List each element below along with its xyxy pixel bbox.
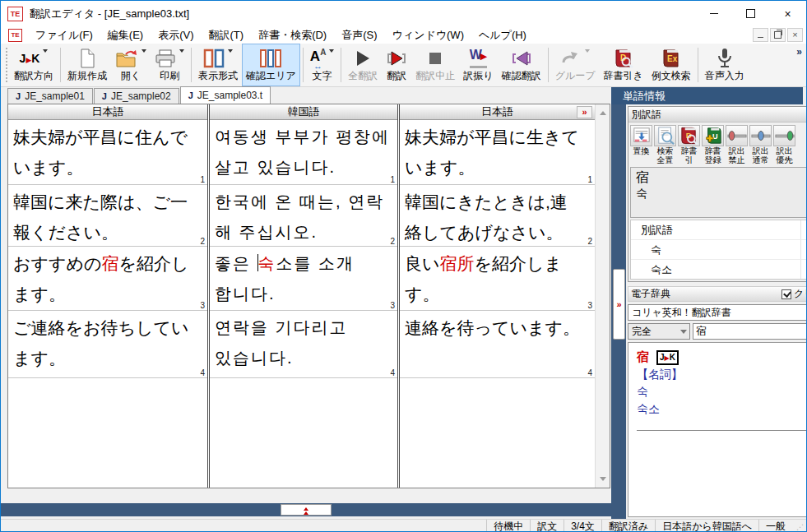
selected-word-box[interactable]: 宿 숙 <box>630 167 807 218</box>
click-lookup-checkbox[interactable] <box>781 289 791 299</box>
example-search-button[interactable]: Ex例文検索 <box>647 44 695 86</box>
dictionary-entry[interactable]: 숙 <box>637 385 807 400</box>
replace-button[interactable]: 置換 <box>629 125 653 164</box>
output-priority-button[interactable]: 訳出 優先 <box>772 125 796 164</box>
text-line: 報ください。 <box>13 217 206 247</box>
dictionary-register-button[interactable]: U辞書 登録 <box>701 125 725 164</box>
text-line: います。 <box>405 152 593 183</box>
document-icon: TE <box>8 29 22 42</box>
alt-word-dict <box>800 240 807 259</box>
text-line: 한국에 온 때는, 연락 <box>215 187 396 217</box>
menu-item-6[interactable]: 音声(S) <box>334 26 384 44</box>
translation-direction-icon: J▶K <box>20 46 49 70</box>
menu-item-1[interactable]: ファイル(F) <box>28 26 100 44</box>
toolbar-overflow-icon[interactable]: » <box>796 46 802 58</box>
tab-JE_sample02[interactable]: JJE_sample02 <box>94 88 179 104</box>
search-replace-all-button[interactable]: 検索 全置 <box>653 125 677 164</box>
open-file-button[interactable]: 開く <box>111 44 151 86</box>
editor-cell[interactable]: 연락을 기다리고있습니다.4 <box>210 311 397 378</box>
output-forbid-button[interactable]: 訳出 禁止 <box>725 125 749 164</box>
dictionary-search-input[interactable] <box>693 323 807 340</box>
display-format-button[interactable]: 表示形式 <box>194 44 242 86</box>
dictionary-entry[interactable]: 숙소 <box>637 402 807 417</box>
editor-cell[interactable]: 妹夫婦が平昌に住んでいます。1 <box>8 120 207 185</box>
menu-item-5[interactable]: 辞書・検索(D) <box>251 26 334 44</box>
click-lookup-label: クリック辞書引 <box>794 287 807 301</box>
text-line: 연락을 기다리고 <box>215 312 396 343</box>
editor-cell-empty[interactable] <box>210 378 397 488</box>
maximize-button[interactable] <box>732 1 769 26</box>
status-translation-state: 翻訳済み <box>601 520 655 532</box>
translation-editor: 日本語妹夫婦が平昌に住んでいます。1韓国に来た際は、ご一報ください。2おすすめの… <box>7 104 610 488</box>
chevron-down-icon <box>179 49 184 55</box>
editor-cell[interactable]: 妹夫婦が平昌に生きています。1 <box>400 120 595 185</box>
doc-restore-button[interactable] <box>770 28 786 42</box>
toolbar-button-label: 翻訳中止 <box>415 70 455 82</box>
editor-cell[interactable]: 良い宿所を紹介します。3 <box>400 247 595 311</box>
output-forbid-icon <box>726 125 748 146</box>
confirm-area-button[interactable]: 確認エリア <box>242 44 300 86</box>
translate-button[interactable]: 翻訳 <box>382 44 411 86</box>
minimize-button[interactable] <box>695 1 732 26</box>
doc-minimize-button[interactable] <box>753 28 768 42</box>
tab-JE_sample03.t[interactable]: JJE_sample03.t <box>180 86 271 104</box>
confirm-area-expand-button[interactable] <box>281 504 332 516</box>
chevron-down-icon <box>677 324 689 339</box>
editor-cell-empty[interactable] <box>400 378 595 488</box>
output-normal-button[interactable]: 訳出 通常 <box>749 125 772 164</box>
tab-JE_sample01[interactable]: JJE_sample01 <box>7 88 93 104</box>
menu-item-2[interactable]: 編集(E) <box>100 26 151 44</box>
toolbar-separator <box>341 48 341 82</box>
sentence-number: 1 <box>587 175 592 184</box>
window-title: 翻訳エディタ - [JE_sample03.txt] <box>30 7 189 21</box>
alt-word-row[interactable]: 숙 <box>631 240 807 260</box>
toolbar-separator <box>60 48 61 82</box>
document-type-icon: J <box>188 90 193 100</box>
dictionary-lookup-button[interactable]: D辞書引 <box>677 125 701 164</box>
toolbar-button-label: 例文検索 <box>652 70 691 82</box>
panel-collapse-button[interactable]: » <box>613 269 625 340</box>
character-button[interactable]: AA↔文字 <box>306 44 339 86</box>
editor-cell-empty[interactable] <box>8 378 207 488</box>
editor-column-2: 韓国語여동생 부부가 평창에살고 있습니다.1한국에 온 때는, 연락해 주십시… <box>207 104 397 488</box>
text-line: ます。 <box>13 279 206 309</box>
editor-scrollbar[interactable] <box>595 104 610 488</box>
sentence-number: 4 <box>200 368 205 377</box>
toolbar-drag-handle[interactable] <box>6 48 7 82</box>
column-more-button[interactable]: » <box>577 106 592 118</box>
editor-cell[interactable]: 좋은 숙소를 소개합니다.3 <box>210 247 397 311</box>
dictionary-lookup-button[interactable]: D辞書引き <box>599 44 647 86</box>
match-mode-select[interactable]: 完全 <box>628 323 690 340</box>
doc-close-icon: × <box>792 30 797 39</box>
doc-minimize-icon <box>758 37 763 38</box>
editor-cell[interactable]: 連絡を待っています。4 <box>400 311 595 378</box>
print-button[interactable]: 印刷 <box>151 44 188 86</box>
editor-cell[interactable]: ご連絡をお待ちしています。4 <box>8 311 207 378</box>
confirm-translation-button[interactable]: 確認翻訳 <box>498 44 545 86</box>
alternative-words-table: 別訳語辞書숙숙소 <box>630 220 807 280</box>
alternative-words-header: 別訳語 <box>628 107 807 123</box>
doc-close-button[interactable]: × <box>787 28 803 42</box>
editor-cell[interactable]: 여동생 부부가 평창에살고 있습니다.1 <box>210 120 397 185</box>
title-bar: TE 翻訳エディタ - [JE_sample03.txt] × <box>1 1 806 26</box>
editor-cell[interactable]: 韓国に来た際は、ご一報ください。2 <box>8 185 207 247</box>
dictionary-select[interactable]: コリャ英和！翻訳辞書 <box>628 304 807 321</box>
editor-cell[interactable]: 韓国にきたときは,連絡してあげなさい。2 <box>400 185 595 247</box>
panel-title: 単語情報 <box>611 87 803 104</box>
editor-cell[interactable]: 한국에 온 때는, 연락해 주십시오.2 <box>210 185 397 247</box>
toolbar-separator <box>303 48 304 82</box>
editor-cell[interactable]: おすすめの宿を紹介します。3 <box>8 247 207 311</box>
ruby-translation-button[interactable]: W▶訳振り <box>459 44 497 86</box>
alt-word-row[interactable]: 숙소 <box>631 260 807 279</box>
menu-item-3[interactable]: 表示(V) <box>151 26 201 44</box>
menu-item-7[interactable]: ウィンドウ(W) <box>385 26 471 44</box>
new-document-icon <box>78 46 96 70</box>
close-button[interactable]: × <box>769 1 806 26</box>
voice-input-button[interactable]: 音声入力 <box>701 44 749 86</box>
new-document-button[interactable]: 新規作成 <box>63 44 111 86</box>
toolbar-button-label: 開く <box>121 70 141 82</box>
translation-direction-button[interactable]: J▶K翻訳方向 <box>10 44 58 86</box>
toolbar-separator <box>698 48 698 82</box>
menu-item-4[interactable]: 翻訳(T) <box>202 26 252 44</box>
menu-item-8[interactable]: ヘルプ(H) <box>471 26 534 44</box>
